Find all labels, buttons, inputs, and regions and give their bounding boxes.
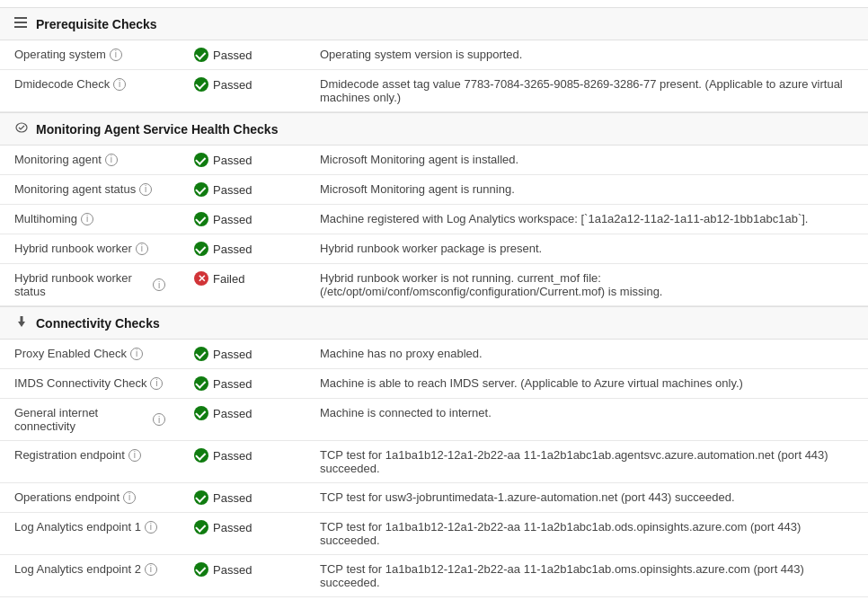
detail-cell: Hybrid runbook worker is not running. cu… xyxy=(306,264,868,306)
check-label: Monitoring agent status xyxy=(14,182,136,196)
passed-icon xyxy=(194,48,208,62)
check-name-cell: General internet connectivityi xyxy=(0,399,180,441)
prerequisite-table: Operating systemiPassedOperating system … xyxy=(0,40,868,112)
info-icon[interactable]: i xyxy=(139,183,152,196)
check-label: Hybrid runbook worker status xyxy=(14,271,149,298)
status-badge: Passed xyxy=(194,448,291,463)
table-row: MultihomingiPassedMachine registered wit… xyxy=(0,205,868,234)
status-label: Passed xyxy=(213,563,252,577)
status-cell: Passed xyxy=(180,175,306,205)
detail-cell: Machine registered with Log Analytics wo… xyxy=(306,205,868,234)
status-label: Passed xyxy=(213,154,252,167)
prerequisite-section-title: Prerequisite Checks xyxy=(36,17,157,31)
status-cell: Passed xyxy=(180,234,306,264)
detail-cell: Machine is able to reach IMDS server. (A… xyxy=(306,369,868,399)
check-name-cell: Hybrid runbook worker statusi xyxy=(0,264,180,306)
info-icon[interactable]: i xyxy=(81,213,93,225)
check-name-cell: Monitoring agenti xyxy=(0,146,180,175)
passed-icon xyxy=(194,182,208,197)
info-icon[interactable]: i xyxy=(145,563,157,576)
info-icon[interactable]: i xyxy=(150,377,163,390)
check-name-wrapper: Registration endpointi xyxy=(14,448,165,462)
status-badge: Passed xyxy=(194,406,291,420)
passed-icon xyxy=(194,77,208,92)
status-cell: Passed xyxy=(180,40,306,70)
detail-cell: Machine has no proxy enabled. xyxy=(306,340,868,369)
check-name-cell: Registration endpointi xyxy=(0,441,180,483)
check-name-wrapper: General internet connectivityi xyxy=(14,406,165,433)
info-icon[interactable]: i xyxy=(110,49,122,61)
connectivity-section-icon xyxy=(14,314,29,331)
status-label: Passed xyxy=(213,49,252,62)
check-name-cell: Monitoring agent statusi xyxy=(0,175,180,205)
status-cell: Passed xyxy=(180,555,306,597)
check-name-cell: Operating systemi xyxy=(0,40,180,70)
failed-icon: ✕ xyxy=(194,271,208,286)
check-label: Dmidecode Check xyxy=(14,77,110,91)
check-name-wrapper: Hybrid runbook worker statusi xyxy=(14,271,165,298)
detail-cell: Operating system version is supported. xyxy=(306,40,868,70)
section-header-monitoring: Monitoring Agent Service Health Checks xyxy=(0,112,868,146)
table-row: Registration endpointiPassedTCP test for… xyxy=(0,441,868,483)
check-label: Proxy Enabled Check xyxy=(14,347,127,360)
check-label: Operating system xyxy=(14,48,106,61)
detail-cell: Dmidecode asset tag value 7783-7084-3265… xyxy=(306,70,868,112)
info-icon[interactable]: i xyxy=(153,413,165,426)
passed-icon xyxy=(194,347,208,361)
check-name-cell: Operations endpointi xyxy=(0,483,180,513)
check-name-cell: Log Analytics endpoint 1i xyxy=(0,513,180,555)
detail-cell: Machine is connected to internet. xyxy=(306,399,868,441)
check-label: Multihoming xyxy=(14,212,77,225)
section-header-connectivity: Connectivity Checks xyxy=(0,306,868,340)
main-container: Prerequisite ChecksOperating systemiPass… xyxy=(0,0,868,600)
status-label: Passed xyxy=(213,183,252,197)
info-icon[interactable]: i xyxy=(145,521,157,534)
table-row: General internet connectivityiPassedMach… xyxy=(0,399,868,441)
passed-icon xyxy=(194,242,208,256)
table-row: Hybrid runbook workeriPassedHybrid runbo… xyxy=(0,234,868,264)
svg-rect-1 xyxy=(14,22,27,23)
status-badge: Passed xyxy=(194,376,291,391)
passed-icon xyxy=(194,562,208,577)
connectivity-section-title: Connectivity Checks xyxy=(36,316,160,331)
table-row: Log Analytics endpoint 1iPassedTCP test … xyxy=(0,513,868,555)
table-row: Operations endpointiPassedTCP test for u… xyxy=(0,483,868,513)
status-cell: Passed xyxy=(180,513,306,555)
status-cell: Passed xyxy=(180,483,306,513)
passed-icon xyxy=(194,406,208,420)
check-name-cell: Log Analytics endpoint 2i xyxy=(0,555,180,597)
status-label: Passed xyxy=(213,78,252,92)
monitoring-section-icon xyxy=(14,120,29,137)
check-name-wrapper: IMDS Connectivity Checki xyxy=(14,376,165,390)
info-icon[interactable]: i xyxy=(128,449,141,462)
status-label: Passed xyxy=(213,407,252,420)
check-label: General internet connectivity xyxy=(14,406,149,433)
passed-icon xyxy=(194,520,208,534)
table-row: Log Analytics endpoint 2iPassedTCP test … xyxy=(0,555,868,597)
detail-cell: Hybrid runbook worker package is present… xyxy=(306,234,868,264)
status-label: Passed xyxy=(213,491,252,505)
section-header-prerequisite: Prerequisite Checks xyxy=(0,7,868,40)
info-icon[interactable]: i xyxy=(113,78,126,91)
check-label: Monitoring agent xyxy=(14,153,102,166)
status-badge: Passed xyxy=(194,347,291,361)
check-name-cell: Multihomingi xyxy=(0,205,180,234)
check-name-cell: Dmidecode Checki xyxy=(0,70,180,112)
info-icon[interactable]: i xyxy=(123,491,136,504)
info-icon[interactable]: i xyxy=(130,348,143,360)
table-row: Monitoring agentiPassedMicrosoft Monitor… xyxy=(0,146,868,175)
info-icon[interactable]: i xyxy=(105,154,118,166)
detail-cell: Microsoft Monitoring agent is running. xyxy=(306,175,868,205)
status-cell: Passed xyxy=(180,369,306,399)
status-badge: Passed xyxy=(194,153,291,167)
monitoring-section-title: Monitoring Agent Service Health Checks xyxy=(36,122,278,137)
status-badge: Passed xyxy=(194,48,291,62)
detail-cell: TCP test for usw3-jobruntimedata-1.azure… xyxy=(306,483,868,513)
table-row: Hybrid runbook worker statusi✕FailedHybr… xyxy=(0,264,868,306)
info-icon[interactable]: i xyxy=(153,278,165,291)
connectivity-table: Proxy Enabled CheckiPassedMachine has no… xyxy=(0,340,868,597)
status-label: Passed xyxy=(213,377,252,391)
info-icon[interactable]: i xyxy=(136,243,148,255)
passed-icon xyxy=(194,212,208,226)
check-label: Registration endpoint xyxy=(14,448,125,462)
